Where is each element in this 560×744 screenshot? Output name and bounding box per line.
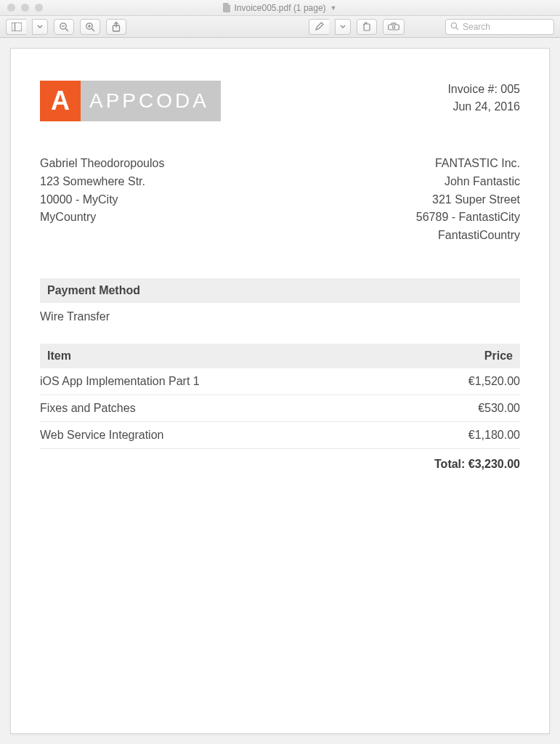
recipient-city: 56789 - FantastiCity [416,209,520,227]
sender-street: 123 Somewhere Str. [40,173,164,191]
sender-name: Gabriel Theodoropoulos [40,155,164,173]
svg-point-13 [392,25,394,28]
svg-rect-12 [389,25,399,30]
recipient-country: FantastiCountry [416,227,520,245]
item-row: Fixes and Patches €530.00 [40,395,520,422]
item-price: €1,180.00 [468,429,520,442]
item-name: iOS App Implementation Part 1 [40,375,200,388]
logo-text: APPCODA [81,81,221,121]
company-logo: A APPCODA [40,81,221,121]
window-titlebar: Invoice005.pdf (1 page) ▼ [0,0,560,16]
svg-point-14 [451,23,456,28]
svg-rect-11 [364,24,370,31]
sender-address: Gabriel Theodoropoulos 123 Somewhere Str… [40,155,164,245]
zoom-out-button[interactable] [54,19,74,35]
minimize-window-button[interactable] [21,4,29,12]
items-col-item: Item [47,349,71,363]
toolbar [0,16,560,38]
view-mode-button[interactable] [6,19,26,35]
svg-line-15 [456,28,458,30]
payment-method: Wire Transfer [40,303,520,323]
invoice-meta: Invoice #: 005 Jun 24, 2016 [447,81,520,116]
window-title: Invoice005.pdf (1 page) [234,3,325,13]
sender-country: MyCountry [40,209,164,227]
item-price: €1,520.00 [468,375,520,388]
zoom-window-button[interactable] [35,4,43,12]
search-icon [450,20,459,33]
view-mode-dropdown[interactable] [32,19,48,35]
svg-line-6 [92,28,94,31]
share-button[interactable] [106,19,126,35]
recipient-company: FANTASTIC Inc. [416,155,520,173]
payment-header: Payment Method [40,278,520,303]
logo-badge: A [40,81,81,121]
markup-button[interactable] [383,19,405,35]
annotate-dropdown[interactable] [335,19,351,35]
pdf-page: A APPCODA Invoice #: 005 Jun 24, 2016 Ga… [10,48,550,734]
item-row: Web Service Integration €1,180.00 [40,422,520,449]
zoom-in-button[interactable] [80,19,100,35]
svg-rect-0 [12,23,22,31]
invoice-date: Jun 24, 2016 [447,98,520,116]
window-controls [0,4,43,12]
payment-section: Payment Method Wire Transfer [40,278,520,323]
search-field[interactable] [445,19,554,35]
item-row: iOS App Implementation Part 1 €1,520.00 [40,368,520,395]
sender-city: 10000 - MyCity [40,191,164,209]
chevron-down-icon[interactable]: ▼ [330,4,337,12]
recipient-name: John Fantastic [416,173,520,191]
close-window-button[interactable] [7,4,15,12]
search-input[interactable] [463,22,549,32]
item-name: Fixes and Patches [40,402,136,415]
recipient-address: FANTASTIC Inc. John Fantastic 321 Super … [416,155,520,245]
invoice-number: Invoice #: 005 [447,81,520,98]
invoice-total: Total: €3,230.00 [40,449,520,471]
document-viewer[interactable]: A APPCODA Invoice #: 005 Jun 24, 2016 Ga… [0,38,560,744]
recipient-street: 321 Super Street [416,191,520,209]
annotate-button[interactable] [309,19,329,35]
rotate-button[interactable] [357,19,377,35]
items-section: Item Price iOS App Implementation Part 1… [40,344,520,471]
document-icon [223,3,231,12]
item-price: €530.00 [478,402,520,415]
svg-line-3 [65,28,68,31]
item-name: Web Service Integration [40,429,163,442]
items-col-price: Price [484,349,513,363]
